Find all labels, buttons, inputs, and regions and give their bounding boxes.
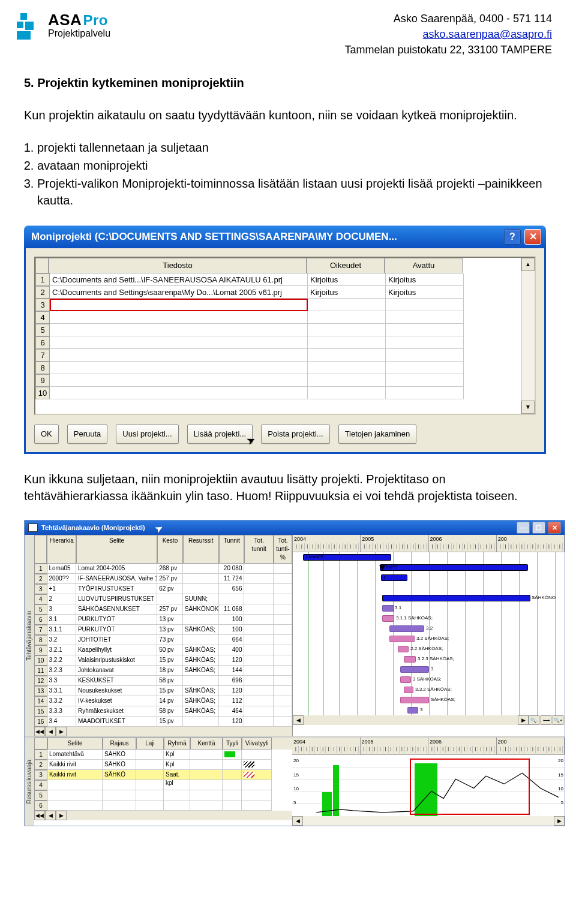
cell-pct[interactable] xyxy=(274,686,292,696)
cell-hierarkia[interactable]: 2000?? xyxy=(47,574,76,584)
res-cell-laji[interactable] xyxy=(136,790,164,800)
cell-kesto[interactable]: 15 pv xyxy=(157,655,183,666)
resource-row[interactable]: 5 xyxy=(34,790,292,800)
scroll-right-icon[interactable]: ▶ xyxy=(56,811,67,820)
cell-avattu[interactable] xyxy=(386,324,464,336)
cell-resurssit[interactable]: SÄHKÖAS; xyxy=(183,706,219,717)
res-cell-kentta[interactable] xyxy=(190,790,223,800)
cell-resurssit[interactable] xyxy=(183,676,219,686)
cell-pct[interactable] xyxy=(274,574,292,584)
cell-pct[interactable] xyxy=(274,645,292,655)
res-cell-laji[interactable] xyxy=(136,800,164,811)
cell-resurssit[interactable]: SÄHKÖNOKK xyxy=(183,604,219,615)
cell-hierarkia[interactable]: 3.3.2 xyxy=(47,696,76,706)
gantt-bar[interactable] xyxy=(401,677,410,682)
cell-tiedosto[interactable]: C:\Documents and Settings\saarenpa\My Do… xyxy=(50,286,308,299)
cell-tunnit[interactable]: 100 xyxy=(219,625,245,635)
res-cell-ryhma[interactable] xyxy=(164,790,190,800)
res-cell-selite[interactable]: Kaikki rivit xyxy=(47,760,103,770)
cell-hierarkia[interactable]: 2 xyxy=(47,594,76,604)
grid-row[interactable]: 2C:\Documents and Settings\saarenpa\My D… xyxy=(35,286,521,299)
res-col-tyyli[interactable]: Tyyli xyxy=(223,738,242,750)
cell-tiedosto[interactable] xyxy=(50,311,308,324)
cell-resurssit[interactable]: SÄHKÖAS; xyxy=(183,686,219,696)
cell-resurssit[interactable] xyxy=(183,615,219,625)
cell-hierarkia[interactable]: Loma05 xyxy=(47,564,76,574)
res-cell-kentta[interactable] xyxy=(190,750,223,760)
cell-selite[interactable]: Kaapelihyllyt xyxy=(76,645,157,655)
res-col-laji[interactable]: Laji xyxy=(136,738,164,750)
cell-tunnit[interactable]: 120 xyxy=(219,717,245,727)
res-cell-rajaus[interactable] xyxy=(103,780,136,790)
cell-selite[interactable]: Lomat 2004-2005 xyxy=(76,564,157,574)
cell-avattu[interactable] xyxy=(386,336,464,349)
res-cell-viivatyyli[interactable] xyxy=(242,800,272,811)
gantt-row[interactable]: 153.3.3Ryhmäkeskukset58 pvSÄHKÖAS;464 xyxy=(34,706,292,717)
close-button[interactable]: ✕ xyxy=(524,229,541,245)
gantt-bar[interactable] xyxy=(404,687,413,693)
resource-row[interactable]: 2Kaikki rivitSÄHKÖKpl xyxy=(34,760,292,770)
cell-tunnit[interactable]: 464 xyxy=(219,706,245,717)
res-cell-rajaus[interactable] xyxy=(103,790,136,800)
cell-kesto[interactable]: 257 pv xyxy=(157,574,183,584)
help-button[interactable]: ? xyxy=(504,229,521,245)
cell-hierarkia[interactable]: +1 xyxy=(47,584,76,594)
cell-kesto[interactable]: 257 pv xyxy=(157,604,183,615)
gantt-row[interactable]: 3+1TYÖPIIRUSTUKSET62 pv656 xyxy=(34,584,292,594)
res-cell-tyyli[interactable] xyxy=(223,800,242,811)
cell-pct[interactable] xyxy=(274,615,292,625)
gantt-row[interactable]: 103.2.2Valaisinripustuskiskot15 pvSÄHKÖA… xyxy=(34,655,292,666)
resource-row[interactable]: 1LomatehtäväSÄHKÖKpl xyxy=(34,750,292,760)
scroll-right-icon[interactable]: ▶ xyxy=(518,715,529,725)
cell-hierarkia[interactable]: 3 xyxy=(47,604,76,615)
gantt-row[interactable]: 83.2JOHTOTIET73 pv664 xyxy=(34,635,292,645)
cell-oikeudet[interactable] xyxy=(308,311,386,324)
cell-avattu[interactable] xyxy=(386,387,464,399)
grid-row[interactable]: 8 xyxy=(35,362,521,374)
cell-tunnit[interactable]: 400 xyxy=(219,645,245,655)
zoom-out-icon[interactable]: 🔍- xyxy=(529,715,539,725)
gantt-sidebar-top[interactable]: Tehtäväjanakaavio xyxy=(25,535,34,736)
cell-tiedosto[interactable]: C:\Documents and Setti...\IF-SANEERAUSOS… xyxy=(50,273,308,286)
res-cell-kentta[interactable] xyxy=(190,780,223,790)
gantt-row[interactable]: 22000??IF-SANEERAUSOSA, Vaihe 1257 pv11 … xyxy=(34,574,292,584)
cell-selite[interactable]: KESKUKSET xyxy=(76,676,157,686)
gantt-row[interactable]: 73.1.1PURKUTYÖT13 pvSÄHKÖAS;100 xyxy=(34,625,292,635)
cell-resurssit[interactable] xyxy=(183,564,219,574)
cell-avattu[interactable]: Kirjoitus xyxy=(386,273,464,286)
cell-tiedosto[interactable] xyxy=(50,336,308,349)
cell-tunnit[interactable]: 20 080 xyxy=(219,564,245,574)
cell-kesto[interactable]: 58 pv xyxy=(157,676,183,686)
gantt-row[interactable]: 1Loma05Lomat 2004-2005268 pv20 080 xyxy=(34,564,292,574)
res-cell-ryhma[interactable] xyxy=(164,800,190,811)
cell-selite[interactable]: LUOVUTUSPIIRUSTUKSET xyxy=(76,594,157,604)
gantt-bar[interactable] xyxy=(383,606,394,611)
cell-kesto[interactable]: 13 pv xyxy=(157,625,183,635)
resource-row[interactable]: 3Kaikki rivitSÄHKÖSaat. kpl xyxy=(34,770,292,780)
grid-row[interactable]: 9 xyxy=(35,374,521,387)
cell-tunnit[interactable]: 144 xyxy=(219,666,245,676)
cell-pct[interactable] xyxy=(274,625,292,635)
new-project-button[interactable]: Uusi projekti... xyxy=(116,425,178,444)
grid-row[interactable]: 6 xyxy=(35,336,521,349)
res-cell-laji[interactable] xyxy=(136,770,164,780)
gantt-bar[interactable] xyxy=(408,708,418,713)
cell-resurssit[interactable] xyxy=(183,717,219,727)
scroll-left-icon[interactable]: ◀ xyxy=(45,727,56,736)
cell-kesto[interactable]: 268 pv xyxy=(157,564,183,574)
gantt-col-kesto[interactable]: Kesto xyxy=(157,535,183,564)
cell-resurssit[interactable]: SUUNN; xyxy=(183,594,219,604)
cell-tottunnit[interactable] xyxy=(244,604,273,615)
cell-hierarkia[interactable]: 3.3 xyxy=(47,676,76,686)
cell-hierarkia[interactable]: 3.4 xyxy=(47,717,76,727)
ok-button[interactable]: OK xyxy=(34,425,59,444)
gantt-row[interactable]: 42LUOVUTUSPIIRUSTUKSETSUUNN; xyxy=(34,594,292,604)
scroll-left-icon[interactable]: ◀ xyxy=(45,811,56,820)
cell-oikeudet[interactable] xyxy=(308,362,386,374)
maximize-button[interactable]: ☐ xyxy=(532,522,545,534)
cell-avattu[interactable] xyxy=(386,362,464,374)
cell-hierarkia[interactable]: 3.3.3 xyxy=(47,706,76,717)
cell-pct[interactable] xyxy=(274,564,292,574)
gantt-col-selite[interactable]: Selite xyxy=(76,535,157,564)
gantt-bar[interactable] xyxy=(383,616,394,621)
